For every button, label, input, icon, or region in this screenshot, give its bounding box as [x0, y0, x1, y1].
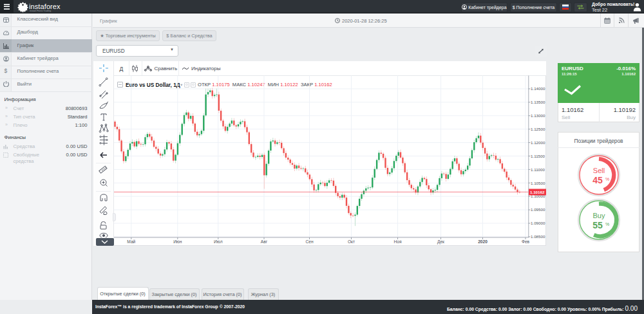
svg-text:1.12500: 1.12500 — [531, 127, 545, 131]
svg-text:1.08500: 1.08500 — [531, 234, 545, 239]
svg-text:Июн: Июн — [173, 239, 182, 244]
svg-text:1.14000: 1.14000 — [531, 86, 545, 91]
svg-text:%: % — [605, 222, 609, 226]
svg-text:1.13000: 1.13000 — [531, 113, 545, 118]
svg-text:Sell: Sell — [593, 167, 605, 174]
svg-text:Buy: Buy — [593, 212, 605, 219]
svg-text:Фев: Фев — [521, 239, 529, 244]
svg-text:Июл: Июл — [214, 239, 223, 244]
svg-text:Дек: Дек — [437, 239, 444, 245]
svg-text:2020: 2020 — [478, 239, 488, 244]
svg-text:45: 45 — [592, 175, 603, 185]
svg-text:1.11000: 1.11000 — [531, 167, 545, 172]
svg-text:1.11500: 1.11500 — [531, 154, 545, 158]
svg-text:1.10162: 1.10162 — [530, 190, 545, 194]
svg-text:Окт: Окт — [347, 239, 354, 244]
svg-text:1.13500: 1.13500 — [531, 100, 545, 104]
svg-text:Ноя: Ноя — [393, 239, 401, 244]
svg-text:55: 55 — [592, 220, 603, 230]
svg-text:1.10500: 1.10500 — [531, 181, 545, 185]
svg-text:%: % — [605, 177, 609, 181]
svg-text:1.09500: 1.09500 — [531, 207, 545, 212]
svg-text:Май: Май — [127, 239, 135, 244]
svg-text:Авг: Авг — [260, 239, 267, 244]
svg-text:1.12000: 1.12000 — [531, 140, 545, 145]
svg-text:1.09000: 1.09000 — [531, 221, 545, 225]
svg-text:Сен: Сен — [305, 239, 313, 244]
